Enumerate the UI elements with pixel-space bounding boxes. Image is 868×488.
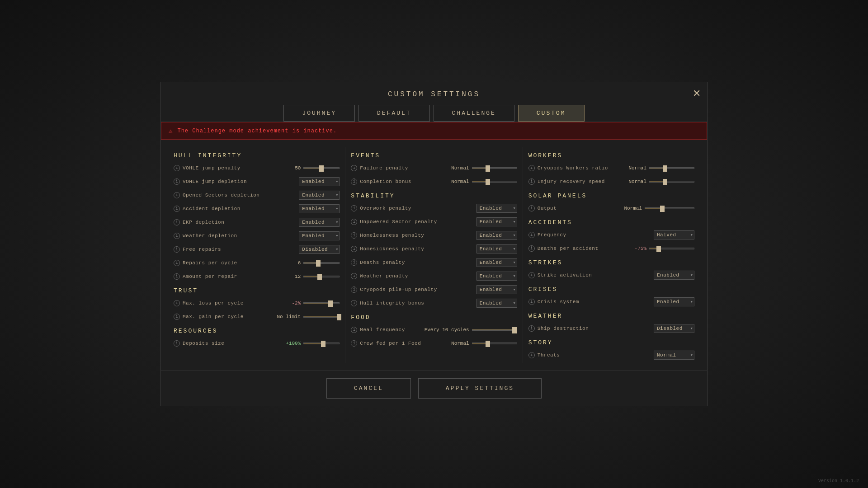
setting-overwork-penalty: i Overwork penalty EnabledDisabled — [351, 203, 517, 214]
info-icon[interactable]: i — [351, 300, 357, 306]
info-icon[interactable]: i — [174, 273, 180, 280]
cancel-button[interactable]: CANCEL — [326, 378, 411, 399]
strike-activation-dropdown[interactable]: EnabledDisabled — [654, 271, 694, 280]
ekp-depletion-dropdown[interactable]: EnabledDisabled — [299, 218, 340, 227]
info-icon[interactable]: i — [174, 233, 180, 239]
info-icon[interactable]: i — [351, 246, 357, 252]
section-weather-title: WEATHER — [528, 313, 694, 319]
version-text: Version 1.0.1.2 — [818, 479, 859, 483]
setting-completion-bonus: i Completion bonus Normal — [351, 176, 517, 187]
info-icon[interactable]: i — [351, 219, 357, 225]
setting-weather-depletion: i Weather depletion EnabledDisabled — [174, 230, 340, 241]
weather-penalty-dropdown[interactable]: EnabledDisabled — [476, 272, 517, 281]
deaths-penalty-dropdown[interactable]: EnabledDisabled — [476, 258, 517, 267]
info-icon[interactable]: i — [528, 272, 535, 278]
threats-dropdown[interactable]: NormalLowHigh — [654, 351, 694, 360]
ship-destruction-dropdown[interactable]: DisabledEnabled — [654, 324, 694, 333]
info-icon[interactable]: i — [351, 286, 357, 293]
info-icon[interactable]: i — [351, 327, 357, 333]
homesickness-penalty-dropdown[interactable]: EnabledDisabled — [476, 244, 517, 253]
crew-fed-slider[interactable] — [472, 343, 517, 344]
column-middle: EVENTS i Failure penalty Normal i Comple… — [345, 147, 523, 363]
setting-accident-depletion: i Accident depletion EnabledDisabled — [174, 203, 340, 214]
cryopods-pileup-dropdown[interactable]: EnabledDisabled — [476, 285, 517, 294]
info-icon[interactable]: i — [351, 259, 357, 266]
tab-default[interactable]: DEFAULT — [359, 105, 430, 122]
modal-header: CUSTOM SETTINGS ✕ JOURNEY DEFAULT CHALLE… — [161, 82, 707, 122]
setting-free-repairs: i Free repairs DisabledEnabled — [174, 244, 340, 255]
info-icon[interactable]: i — [528, 178, 535, 185]
accident-depletion-dropdown[interactable]: EnabledDisabled — [299, 204, 340, 213]
section-accidents-title: ACCIDENTS — [528, 219, 694, 226]
info-icon[interactable]: i — [174, 340, 180, 347]
vohle-depletion-dropdown-wrapper: EnabledDisabled — [299, 177, 340, 186]
info-icon[interactable]: i — [351, 205, 357, 211]
info-icon[interactable]: i — [174, 246, 180, 253]
info-icon[interactable]: i — [528, 352, 535, 358]
apply-settings-button[interactable]: APPLY SETTINGS — [418, 378, 542, 399]
modal-title: CUSTOM SETTINGS — [172, 90, 696, 99]
info-icon[interactable]: i — [351, 178, 357, 185]
setting-deaths-per-accident: i Deaths per accident -75% — [528, 243, 694, 254]
vohle-depletion-dropdown[interactable]: EnabledDisabled — [299, 177, 340, 186]
info-icon[interactable]: i — [174, 314, 180, 320]
tab-challenge[interactable]: CHALLENGE — [434, 105, 514, 122]
vohle-jump-slider[interactable] — [303, 167, 340, 169]
section-strikes-title: STRIKES — [528, 259, 694, 266]
hull-integrity-bonus-dropdown[interactable]: EnabledDisabled — [476, 299, 517, 308]
settings-modal: CUSTOM SETTINGS ✕ JOURNEY DEFAULT CHALLE… — [160, 82, 708, 406]
cryopods-ratio-slider[interactable] — [649, 167, 694, 169]
crisis-system-dropdown[interactable]: EnabledDisabled — [654, 297, 694, 306]
setting-homesickness-penalty: i Homesickness penalty EnabledDisabled — [351, 244, 517, 254]
info-icon[interactable]: i — [351, 165, 357, 171]
opened-sectors-dropdown[interactable]: EnabledDisabled — [299, 191, 340, 200]
meal-frequency-slider[interactable] — [472, 329, 517, 331]
section-food-title: FOOD — [351, 314, 517, 321]
failure-penalty-slider[interactable] — [472, 167, 517, 169]
info-icon[interactable]: i — [528, 232, 535, 238]
info-icon[interactable]: i — [528, 299, 535, 305]
setting-opened-sectors: i Opened Sectors depletion EnabledDisabl… — [174, 190, 340, 201]
setting-homelessness-penalty: i Homelessness penalty EnabledDisabled — [351, 230, 517, 241]
info-icon[interactable]: i — [528, 325, 535, 332]
tab-custom[interactable]: CUSTOM — [518, 105, 585, 122]
deposits-slider[interactable] — [303, 343, 340, 344]
output-slider[interactable] — [645, 207, 694, 209]
info-icon[interactable]: i — [528, 205, 535, 211]
overwork-penalty-dropdown[interactable]: EnabledDisabled — [476, 204, 517, 213]
amount-repair-slider[interactable] — [303, 276, 340, 277]
unpowered-penalty-dropdown[interactable]: EnabledDisabled — [476, 217, 517, 226]
weather-depletion-dropdown[interactable]: EnabledDisabled — [299, 231, 340, 240]
info-icon[interactable]: i — [528, 245, 535, 252]
setting-ekp-depletion: i EKP depletion EnabledDisabled — [174, 217, 340, 228]
info-icon[interactable]: i — [351, 273, 357, 279]
section-workers-title: WORKERS — [528, 152, 694, 159]
tab-journey[interactable]: JOURNEY — [283, 105, 355, 122]
max-gain-slider[interactable] — [303, 316, 340, 318]
max-loss-slider[interactable] — [303, 302, 340, 304]
info-icon[interactable]: i — [174, 178, 180, 185]
info-icon[interactable]: i — [174, 165, 180, 171]
setting-crew-fed: i Crew fed per 1 Food Normal — [351, 338, 517, 349]
deaths-accident-slider[interactable] — [649, 248, 694, 249]
info-icon[interactable]: i — [528, 165, 535, 171]
repairs-cycle-slider[interactable] — [303, 262, 340, 264]
free-repairs-dropdown[interactable]: DisabledEnabled — [299, 245, 340, 254]
info-icon[interactable]: i — [351, 232, 357, 239]
setting-hull-integrity-bonus: i Hull integrity bonus EnabledDisabled — [351, 298, 517, 309]
info-icon[interactable]: i — [174, 300, 180, 306]
info-icon[interactable]: i — [174, 192, 180, 198]
setting-cryopods-workers-ratio: i Cryopods Workers ratio Normal — [528, 163, 694, 174]
setting-max-gain: i Max. gain per cycle No limit — [174, 311, 340, 322]
info-icon[interactable]: i — [351, 340, 357, 347]
close-button[interactable]: ✕ — [693, 89, 701, 99]
setting-max-loss: i Max. loss per cycle -2% — [174, 298, 340, 309]
frequency-dropdown[interactable]: HalvedNormalDoubled — [654, 230, 694, 239]
info-icon[interactable]: i — [174, 206, 180, 212]
injury-recovery-slider[interactable] — [649, 181, 694, 183]
info-icon[interactable]: i — [174, 260, 180, 266]
homelessness-penalty-dropdown[interactable]: EnabledDisabled — [476, 231, 517, 240]
info-icon[interactable]: i — [174, 219, 180, 225]
completion-bonus-slider[interactable] — [472, 181, 517, 183]
warning-icon: ⚠ — [169, 127, 173, 135]
